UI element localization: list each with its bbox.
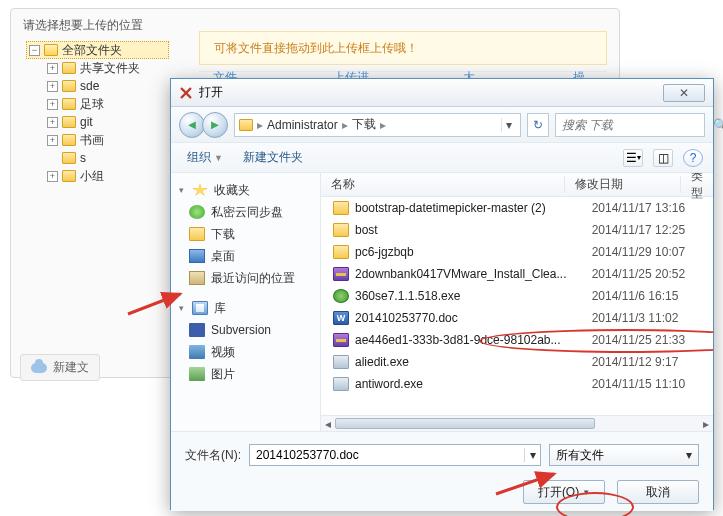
file-name: 201410253770.doc: [355, 311, 582, 325]
address-dropdown[interactable]: ▾: [501, 118, 516, 132]
new-folder-button[interactable]: 新建文件夹: [237, 147, 309, 168]
scrollbar-thumb[interactable]: [335, 418, 595, 429]
file-icon: [333, 289, 349, 303]
file-row[interactable]: 360se7.1.1.518.exe2014/11/6 16:15应用程: [321, 285, 713, 307]
sidebar-sync[interactable]: 私密云同步盘: [171, 201, 320, 223]
nav-bar: ◄ ► ▸ Administrator ▸ 下载 ▸ ▾ ↻ 🔍: [171, 107, 713, 143]
file-icon: [333, 377, 349, 391]
recent-icon: [189, 271, 205, 285]
file-icon: [333, 201, 349, 215]
filename-combo[interactable]: ▾: [249, 444, 541, 466]
tree-root-label: 全部文件夹: [62, 41, 122, 59]
horizontal-scrollbar[interactable]: ◂ ▸: [321, 415, 713, 431]
sidebar-video[interactable]: 视频: [171, 341, 320, 363]
tree-root[interactable]: − 全部文件夹: [26, 41, 169, 59]
file-date: 2014/11/3 11:02: [582, 311, 703, 325]
file-row[interactable]: bost2014/11/17 12:25文件夹: [321, 219, 713, 241]
sidebar-downloads[interactable]: 下载: [171, 223, 320, 245]
sidebar-svn[interactable]: Subversion: [171, 319, 320, 341]
file-type: 应用程: [703, 288, 713, 305]
file-date: 2014/11/25 21:33: [582, 333, 703, 347]
breadcrumb-folder[interactable]: 下载: [352, 116, 376, 133]
file-row[interactable]: pc6-jgzbqb2014/11/29 10:07文件夹: [321, 241, 713, 263]
tree-item[interactable]: +sde: [47, 77, 169, 95]
col-date[interactable]: 修改日期: [565, 176, 681, 193]
sidebar-favorites[interactable]: ▾收藏夹: [171, 179, 320, 201]
file-type: 文件夹: [703, 200, 713, 217]
open-button[interactable]: 打开(O)▼: [523, 480, 605, 504]
expand-icon[interactable]: +: [47, 135, 58, 146]
tree-item[interactable]: +小组: [47, 167, 169, 185]
file-date: 2014/11/29 10:07: [582, 245, 703, 259]
forward-button[interactable]: ►: [202, 112, 228, 138]
scroll-left-icon[interactable]: ◂: [321, 416, 335, 431]
sidebar-recent[interactable]: 最近访问的位置: [171, 267, 320, 289]
tree-item[interactable]: +共享文件夹: [47, 59, 169, 77]
file-icon: [333, 267, 349, 281]
search-input[interactable]: [562, 118, 713, 132]
scroll-right-icon[interactable]: ▸: [699, 416, 713, 431]
toolbar: 组织▼ 新建文件夹 ☰▾ ◫ ?: [171, 143, 713, 173]
video-icon: [189, 345, 205, 359]
file-list[interactable]: bootstrap-datetimepicker-master (2)2014/…: [321, 197, 713, 415]
sidebar-libraries[interactable]: ▾库: [171, 297, 320, 319]
nav-back-forward: ◄ ►: [179, 112, 228, 138]
file-name: 2downbank0417VMware_Install_Clea...: [355, 267, 582, 281]
cancel-button[interactable]: 取消: [617, 480, 699, 504]
view-button[interactable]: ☰▾: [623, 149, 643, 167]
address-bar[interactable]: ▸ Administrator ▸ 下载 ▸ ▾: [234, 113, 521, 137]
chevron-down-icon[interactable]: ▾: [686, 448, 692, 462]
folder-tree: − 全部文件夹 +共享文件夹 +sde +足球 +git +书画 s +小组: [29, 41, 169, 185]
expand-icon[interactable]: +: [47, 81, 58, 92]
filename-input[interactable]: [250, 448, 524, 462]
expand-icon[interactable]: +: [47, 99, 58, 110]
breadcrumb-user[interactable]: Administrator: [267, 118, 338, 132]
expand-icon[interactable]: +: [47, 63, 58, 74]
tree-item[interactable]: s: [47, 149, 169, 167]
file-name: ae446ed1-333b-3d81-9dce-98102ab...: [355, 333, 582, 347]
expand-icon[interactable]: +: [47, 117, 58, 128]
file-row[interactable]: ae446ed1-333b-3d81-9dce-98102ab...2014/1…: [321, 329, 713, 351]
chevron-down-icon[interactable]: ▾: [524, 448, 540, 462]
dialog-titlebar[interactable]: 打开 ✕: [171, 79, 713, 107]
file-icon: [333, 333, 349, 347]
search-box[interactable]: 🔍: [555, 113, 705, 137]
file-row[interactable]: aliedit.exe2014/11/12 9:17应用程: [321, 351, 713, 373]
star-icon: [192, 183, 208, 197]
sidebar-desktop[interactable]: 桌面: [171, 245, 320, 267]
chevron-right-icon: ▸: [257, 118, 263, 132]
desktop-icon: [189, 249, 205, 263]
file-type: WinRA: [703, 333, 713, 347]
folder-icon: [239, 119, 253, 131]
chevron-down-icon: ▼: [214, 153, 223, 163]
organize-button[interactable]: 组织▼: [181, 147, 229, 168]
sidebar-pictures[interactable]: 图片: [171, 363, 320, 385]
folder-icon: [62, 62, 76, 74]
file-icon: [333, 223, 349, 237]
chevron-down-icon: ▾: [179, 303, 184, 313]
expand-icon[interactable]: +: [47, 171, 58, 182]
refresh-button[interactable]: ↻: [527, 113, 549, 137]
file-date: 2014/11/25 20:52: [582, 267, 703, 281]
tree-item[interactable]: +git: [47, 113, 169, 131]
file-row[interactable]: antiword.exe2014/11/15 11:10应用程: [321, 373, 713, 395]
tree-item[interactable]: +书画: [47, 131, 169, 149]
file-row[interactable]: 201410253770.doc2014/11/3 11:02Micro: [321, 307, 713, 329]
col-name[interactable]: 名称: [321, 176, 565, 193]
file-filter[interactable]: 所有文件 ▾: [549, 444, 699, 466]
collapse-icon[interactable]: −: [29, 45, 40, 56]
file-icon: [333, 311, 349, 325]
close-button[interactable]: ✕: [663, 84, 705, 102]
file-type: 应用程: [703, 376, 713, 393]
help-button[interactable]: ?: [683, 149, 703, 167]
file-type: 文件夹: [703, 244, 713, 261]
folder-icon: [189, 227, 205, 241]
picture-icon: [189, 367, 205, 381]
tree-item[interactable]: +足球: [47, 95, 169, 113]
file-icon: [333, 245, 349, 259]
file-row[interactable]: 2downbank0417VMware_Install_Clea...2014/…: [321, 263, 713, 285]
file-type: 文件夹: [703, 222, 713, 239]
new-folder-button[interactable]: 新建文: [20, 354, 100, 381]
file-row[interactable]: bootstrap-datetimepicker-master (2)2014/…: [321, 197, 713, 219]
preview-button[interactable]: ◫: [653, 149, 673, 167]
